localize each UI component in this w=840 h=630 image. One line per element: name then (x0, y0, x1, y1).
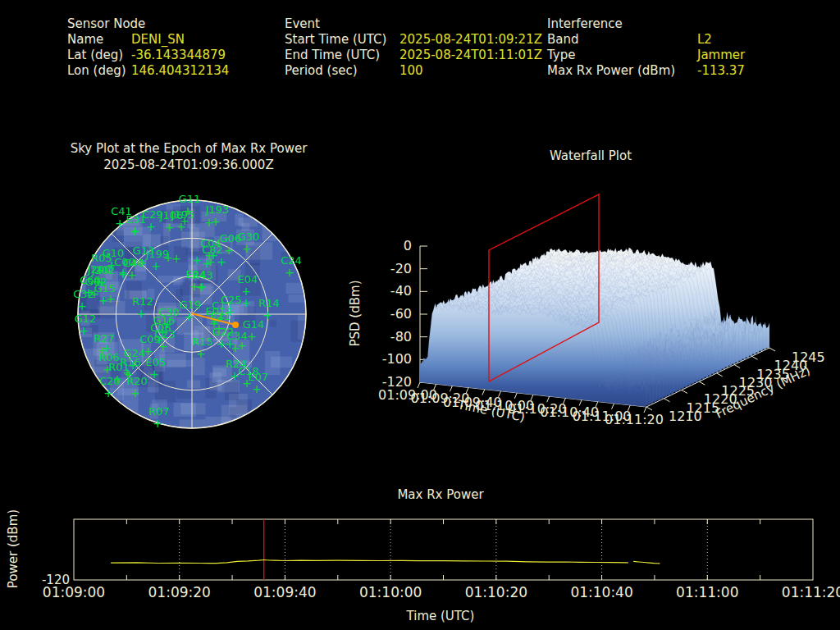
skyplot-epoch-subtitle: 2025-08-24T01:09:36.000Z (8, 158, 369, 172)
satellite-cross: + (197, 280, 207, 293)
interference-band-value: L2 (697, 32, 712, 48)
event-start-label: Start Time (UTC) (285, 32, 399, 48)
satellite-cross-E05: + (149, 368, 159, 381)
interference-power-row: Max Rx Power (dBm) -113.37 (547, 63, 745, 79)
event-period-value: 100 (399, 63, 423, 79)
satellite-label-G14: G14 (243, 318, 265, 331)
satellite-cross-J199: + (151, 259, 161, 272)
satellite-label-C20: C20 (99, 375, 121, 387)
charts-canvas: G11+J193+C41+C29+J106+J195+E31+G06+G30+C… (0, 0, 840, 630)
max-rx-power-trace (111, 560, 628, 564)
satellite-label-G19: G19 (180, 299, 202, 311)
satellite-label-G30: G30 (238, 231, 260, 243)
interference-power-value: -113.37 (697, 63, 745, 79)
event-end-label: End Time (UTC) (285, 48, 399, 63)
satellite-cross: + (102, 341, 112, 354)
interference-type-value: Jammer (697, 48, 745, 63)
sensor-node-panel: Sensor Node Name DENI_SN Lat (deg) -36.1… (67, 16, 229, 79)
satellite-cross: + (122, 366, 132, 379)
event-start-value: 2025-08-24T01:09:21Z (399, 32, 542, 48)
satellite-label-E07: E07 (249, 371, 269, 383)
satellite-cross: + (118, 266, 128, 279)
waterfall-title: Waterfall Plot (484, 148, 697, 163)
satellite-cross-C24: + (285, 266, 294, 279)
psd-tick-label: -20 (390, 261, 412, 276)
waterfall-time-tick-label: 01:11:20 (605, 412, 664, 427)
power-ymin-tick-label: -120 (21, 573, 70, 587)
satellite-cross: + (106, 292, 116, 305)
waterfall-z-axis-label: PSD (dBm) (348, 272, 363, 354)
satellite-cross-C40: + (127, 268, 137, 281)
satellite-label-C09: C09 (139, 333, 161, 345)
satellite-cross-G30: + (242, 242, 252, 255)
power-plot-frame (74, 519, 813, 580)
satellite-label-G12: G12 (75, 313, 97, 325)
satellite-label-R15: R15 (192, 336, 213, 348)
event-period-row: Period (sec) 100 (285, 63, 542, 79)
satellite-label-R07: R07 (148, 405, 170, 418)
satellite-cross: + (192, 253, 202, 267)
power-plot-title: Max Rx Power (358, 487, 523, 502)
sensor-node-title: Sensor Node (67, 16, 229, 32)
satellite-cross-R12: + (136, 307, 146, 320)
satellite-cross-C41: + (115, 217, 125, 230)
satellite-cross-R20: + (130, 386, 140, 399)
gnss-interference-dashboard: G11+J193+C41+C29+J106+J195+E31+G06+G30+C… (0, 0, 840, 630)
psd-tick-label: 0 (404, 238, 412, 253)
sensor-name-row: Name DENI_SN (67, 32, 229, 48)
satellite-cross: + (241, 296, 251, 309)
satellite-label-G11: G11 (179, 193, 201, 205)
satellite-cross-R07: + (153, 417, 162, 430)
interference-power-label: Max Rx Power (dBm) (547, 63, 697, 79)
power-time-tick-label: 01:11:00 (676, 584, 738, 600)
satellite-cross: + (225, 337, 235, 350)
satellite-cross-C29: + (146, 220, 156, 233)
sensor-name-label: Name (67, 32, 131, 48)
sky-plot: G11+J193+C41+C29+J106+J195+E31+G06+G30+C… (67, 193, 314, 433)
max-rx-power-trace (633, 561, 660, 563)
interference-title: Interference (547, 16, 745, 32)
power-time-tick-label: 01:09:40 (253, 584, 316, 600)
satellite-label-R14: R14 (258, 297, 280, 309)
interference-panel: Interference Band L2 Type Jammer Max Rx … (547, 16, 745, 79)
satellite-cross-C20: + (103, 386, 113, 399)
event-panel: Event Start Time (UTC) 2025-08-24T01:09:… (285, 16, 542, 79)
event-end-row: End Time (UTC) 2025-08-24T01:11:01Z (285, 48, 542, 63)
event-title: Event (285, 16, 542, 32)
sensor-lat-row: Lat (deg) -36.143344879 (67, 48, 229, 63)
satellite-label-R12: R12 (132, 295, 153, 308)
psd-tick-label: -80 (390, 329, 412, 345)
satellite-cross: + (180, 214, 189, 227)
interference-source-dot (232, 322, 239, 328)
sensor-name-value: DENI_SN (131, 32, 185, 48)
interference-band-label: Band (547, 32, 697, 48)
sensor-lat-value: -36.143344879 (131, 48, 226, 63)
satellite-cross: + (217, 255, 226, 268)
power-time-tick-label: 01:09:20 (148, 584, 211, 600)
interference-band-row: Band L2 (547, 32, 745, 48)
satellite-label-J193: J193 (205, 203, 230, 216)
waterfall-surface (420, 248, 769, 407)
satellite-label-E05: E05 (146, 356, 167, 368)
interference-type-label: Type (547, 48, 697, 63)
satellite-cross: + (237, 339, 247, 352)
power-x-axis-label: Time (UTC) (358, 609, 523, 623)
satellite-cross: + (171, 252, 181, 265)
power-y-axis-label: Power (dBm) (6, 508, 21, 590)
sensor-lon-row: Lon (deg) 146.404312134 (67, 63, 229, 79)
satellite-cross-C32: + (77, 299, 87, 313)
event-start-row: Start Time (UTC) 2025-08-24T01:09:21Z (285, 32, 542, 48)
satellite-cross: + (204, 216, 214, 229)
satellite-cross-J106: + (165, 221, 175, 234)
sensor-lon-value: 146.404312134 (131, 63, 229, 79)
power-time-tick-label: 01:10:00 (359, 584, 422, 600)
satellite-cross-G12: + (79, 324, 89, 337)
sensor-lon-label: Lon (deg) (67, 63, 131, 79)
skyplot-title: Sky Plot at the Epoch of Max Rx Power (8, 141, 369, 156)
psd-tick-label: -100 (382, 351, 412, 367)
satellite-cross-G19: + (184, 310, 194, 323)
psd-tick-label: -60 (390, 306, 412, 322)
satellite-cross-E07: + (252, 382, 262, 395)
satellite-cross-G14: + (247, 330, 257, 343)
satellite-cross: + (130, 224, 140, 237)
